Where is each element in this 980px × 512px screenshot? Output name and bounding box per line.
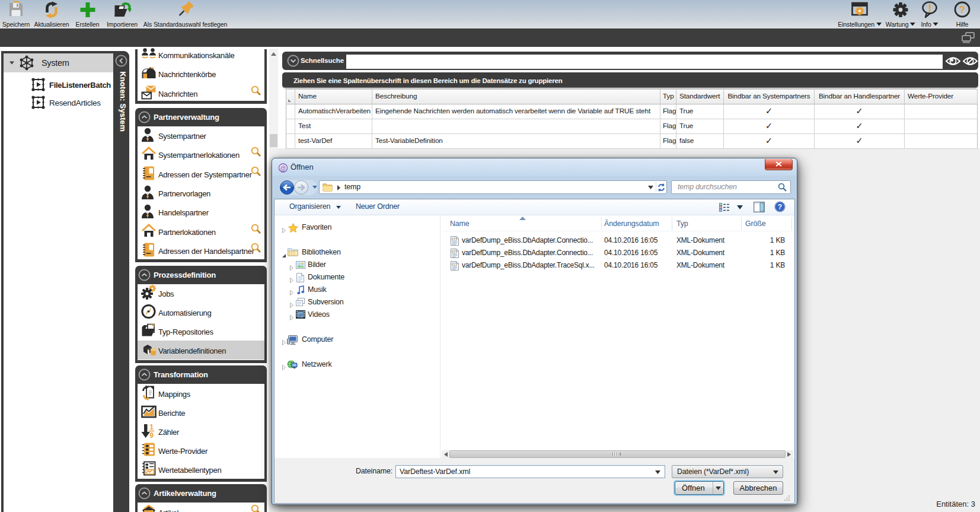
svg-text:?: ? xyxy=(778,203,782,211)
svg-text:@: @ xyxy=(280,165,286,171)
svg-text:<e>: <e> xyxy=(452,263,457,266)
svg-text:<e>: <e> xyxy=(452,238,457,241)
svg-text:<e>: <e> xyxy=(452,250,457,253)
svg-text:?: ? xyxy=(959,4,965,15)
svg-text:1: 1 xyxy=(149,423,154,431)
svg-text:9: 9 xyxy=(149,431,154,438)
